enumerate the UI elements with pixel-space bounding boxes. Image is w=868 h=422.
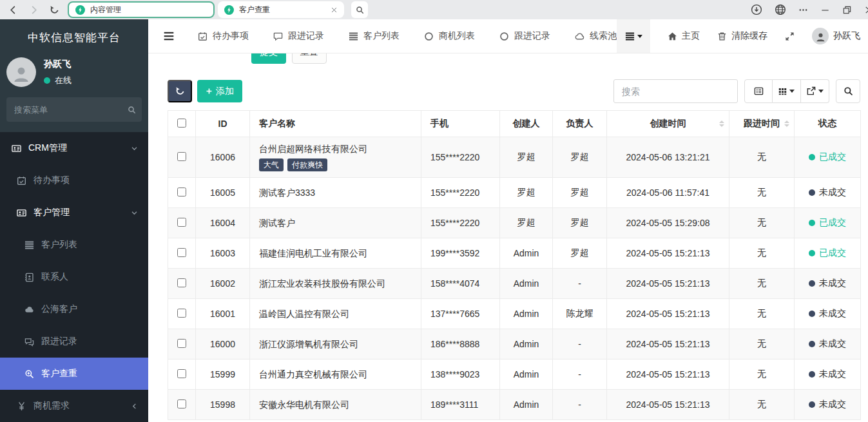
cell-created-time: 2024-05-05 15:21:13 xyxy=(607,360,729,390)
sidebar-item-label: 公海客户 xyxy=(41,303,77,315)
sidebar-item-contacts[interactable]: 联系人 xyxy=(0,261,148,293)
row-checkbox[interactable] xyxy=(177,399,186,408)
calendar-icon xyxy=(198,32,207,41)
detail-view-button[interactable] xyxy=(744,79,773,103)
close-tab-icon[interactable] xyxy=(331,6,338,14)
sidebar-item-public-customers[interactable]: 公海客户 xyxy=(0,293,148,325)
table-row: 16000浙江仪源增氧机有限公司186****8888Admin-2024-05… xyxy=(168,329,861,360)
column-header-label: 负责人 xyxy=(566,118,593,128)
row-checkbox[interactable] xyxy=(177,278,186,287)
downloads-button[interactable] xyxy=(751,4,762,15)
row-checkbox[interactable] xyxy=(177,187,186,197)
sidebar-toggle-button[interactable] xyxy=(148,30,189,42)
nav-tab-business-list[interactable]: 商机列表 xyxy=(424,30,475,42)
search-icon xyxy=(356,6,364,14)
status-label: 未成交 xyxy=(819,278,846,288)
fullscreen-button[interactable] xyxy=(785,32,795,41)
cell-owner: - xyxy=(553,269,607,299)
sidebar-item-label: 待办事项 xyxy=(34,175,70,186)
export-dropdown-button[interactable] xyxy=(801,79,829,103)
row-checkbox[interactable] xyxy=(177,152,186,161)
browser-tab-customer-dedup[interactable]: 客户查重 xyxy=(218,1,344,18)
sidebar-item-customer-dedup[interactable]: 客户查重 xyxy=(0,358,148,390)
bolt-favicon-icon xyxy=(75,5,85,15)
sort-icon[interactable] xyxy=(719,120,724,127)
row-checkbox[interactable] xyxy=(177,309,186,318)
clear-cache-button[interactable]: 清除缓存 xyxy=(717,30,767,42)
refresh-page-button[interactable] xyxy=(50,5,59,15)
forward-button[interactable] xyxy=(29,5,39,15)
app-window: 内容管理 客户查重 中软信息智能平台 孙 xyxy=(0,0,868,422)
browser-more-button[interactable] xyxy=(798,5,808,15)
column-header-label: 创建人 xyxy=(513,118,540,128)
menu-search-input[interactable] xyxy=(14,105,128,115)
sidebar-item-follow-records[interactable]: 跟进记录 xyxy=(0,325,148,358)
row-checkbox[interactable] xyxy=(177,339,186,348)
user-menu-button[interactable]: 孙跃飞 xyxy=(812,28,860,44)
nav-menu-dropdown-button[interactable] xyxy=(617,19,650,53)
column-header-label: 创建时间 xyxy=(650,118,686,128)
cell-status: 未成交 xyxy=(795,390,861,420)
home-button[interactable]: 主页 xyxy=(668,30,700,42)
status-dot-icon xyxy=(809,250,815,256)
cell-select xyxy=(168,299,196,329)
browser-tab-content-management[interactable]: 内容管理 xyxy=(68,1,215,18)
nav-tab-lead-pool[interactable]: 线索池 xyxy=(575,30,617,42)
cell-creator: 罗超 xyxy=(500,178,553,208)
cell-owner: - xyxy=(553,390,607,420)
cell-follow-time: 无 xyxy=(729,238,795,269)
sidebar: 中软信息智能平台 孙跃飞 在线 CRM管理待办事项客户管理客户列表联系人公海客户… xyxy=(0,19,148,422)
cell-follow-time: 无 xyxy=(729,329,795,360)
cell-customer-name: 测试客户 xyxy=(250,208,421,238)
row-checkbox[interactable] xyxy=(177,248,186,257)
sidebar-item-todo-items[interactable]: 待办事项 xyxy=(0,164,148,197)
window-restore-button[interactable] xyxy=(842,5,852,15)
cell-creator: Admin xyxy=(500,238,553,269)
main-content: 提交 重置 添加 xyxy=(148,53,868,422)
comment-icon xyxy=(273,32,283,41)
nav-tab-follow-records-2[interactable]: 跟进记录 xyxy=(499,30,550,42)
sort-icon[interactable] xyxy=(784,120,789,127)
customer-tag: 付款爽快 xyxy=(287,158,327,171)
table-search-input[interactable] xyxy=(613,79,738,103)
add-button[interactable]: 添加 xyxy=(197,80,242,102)
nav-tab-label: 商机列表 xyxy=(439,30,475,42)
id-card-icon xyxy=(12,144,21,153)
cell-status: 未成交 xyxy=(795,299,861,329)
columns-grid-icon xyxy=(778,87,787,95)
columns-dropdown-button[interactable] xyxy=(773,79,801,103)
table-toolbar: 添加 xyxy=(168,79,860,103)
search-submit-button[interactable] xyxy=(836,79,860,103)
cell-creator: Admin xyxy=(500,269,553,299)
cell-creator: Admin xyxy=(500,329,553,360)
cell-creator: Admin xyxy=(500,299,553,329)
column-header[interactable]: 创建时间 xyxy=(607,111,729,137)
submit-button[interactable]: 提交 xyxy=(251,53,286,64)
back-button[interactable] xyxy=(8,5,18,15)
window-minimize-button[interactable] xyxy=(820,5,830,15)
reset-button[interactable]: 重置 xyxy=(292,53,327,64)
sidebar-item-customer-management[interactable]: 客户管理 xyxy=(0,197,148,229)
row-checkbox[interactable] xyxy=(177,218,186,227)
sidebar-item-customer-list[interactable]: 客户列表 xyxy=(0,229,148,261)
nav-tab-todo-items[interactable]: 待办事项 xyxy=(198,30,249,42)
tab-search-button[interactable] xyxy=(351,1,368,18)
nav-tab-follow-records[interactable]: 跟进记录 xyxy=(273,30,324,42)
sidebar-item-business-demand[interactable]: 商机需求 xyxy=(0,390,148,422)
row-checkbox[interactable] xyxy=(177,369,186,378)
cell-select xyxy=(168,208,196,238)
top-navbar: 待办事项跟进记录客户列表商机列表跟进记录线索池 主页 清除缓存 孙跃 xyxy=(148,19,868,53)
nav-tab-customer-list[interactable]: 客户列表 xyxy=(349,30,400,42)
menu-search-box xyxy=(6,97,142,122)
sidebar-item-crm-management[interactable]: CRM管理 xyxy=(0,132,148,164)
refresh-table-button[interactable] xyxy=(168,80,192,102)
column-header[interactable]: 跟进时间 xyxy=(729,111,795,137)
cell-status: 未成交 xyxy=(795,329,861,360)
circle-icon xyxy=(424,32,434,41)
browser-globe-button[interactable] xyxy=(775,4,786,15)
status-dot-icon xyxy=(809,371,815,378)
select-all-checkbox[interactable] xyxy=(177,119,186,128)
window-close-button[interactable] xyxy=(864,5,868,15)
column-header: 状态 xyxy=(795,111,861,137)
cloud-icon xyxy=(24,305,34,314)
